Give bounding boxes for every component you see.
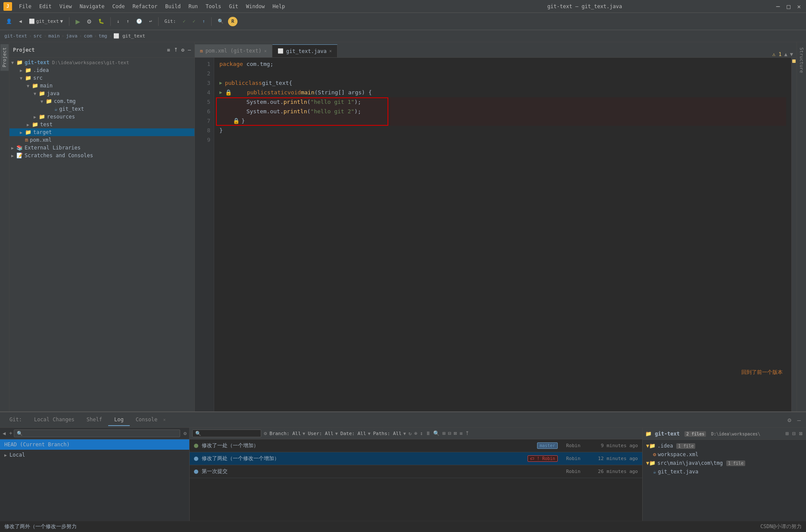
git-git-text-java[interactable]: ☕ git_text.java [643, 467, 806, 476]
search-commits-button[interactable]: 🔍 [433, 430, 440, 436]
close-button[interactable]: ✕ [796, 3, 803, 10]
tree-item-external-libs[interactable]: ▶ 📚 External Libraries [9, 144, 194, 152]
debug-button[interactable]: 🐛 [96, 17, 107, 26]
date-filter[interactable]: Date: All ▼ [341, 431, 371, 436]
console-tab[interactable]: Console × [130, 414, 172, 426]
scroll-up-button[interactable]: ▲ [784, 51, 787, 57]
pom-tab-close[interactable]: × [264, 49, 267, 53]
commit-row-1[interactable]: 修改了一处（一个增加） master Robin 9 minutes ago [190, 439, 642, 452]
commit-row-2[interactable]: 修改了两处（一个修改一个增加） 🏷 ! Robin Robin 12 minut… [190, 452, 642, 465]
git-branch-search-input[interactable] [14, 429, 180, 437]
paths-filter[interactable]: Paths: All ▼ [373, 431, 406, 436]
shelf-tab[interactable]: Shelf [81, 414, 108, 426]
menu-refactor[interactable]: Refactor [129, 3, 161, 10]
tree-item-java[interactable]: ▼ 📁 java [9, 90, 194, 97]
tree-item-main[interactable]: ▼ 📁 main [9, 82, 194, 90]
git-actions-1[interactable]: ⊞ [442, 430, 445, 436]
tree-item-resources[interactable]: ▶ 📁 resources [9, 113, 194, 121]
menu-build[interactable]: Build [162, 3, 184, 10]
git-revert-button[interactable]: ↩ [147, 17, 155, 26]
git-check2-button[interactable]: ✓ [190, 17, 198, 26]
tree-item-pom[interactable]: m pom.xml [9, 136, 194, 144]
git-actions-4[interactable]: ≡ [459, 430, 462, 436]
scroll-down-button[interactable]: ▼ [790, 51, 793, 57]
git-idea-folder[interactable]: ▼📁 .idea 1 file [643, 442, 806, 450]
commit-row-3[interactable]: 第一次提交 Robin 26 minutes ago [190, 465, 642, 478]
menu-navigate[interactable]: Navigate [76, 3, 108, 10]
git-history-button[interactable]: 🕐 [134, 17, 145, 26]
tree-item-test[interactable]: ▶ 📁 test [9, 121, 194, 128]
back-button[interactable]: ◀ [16, 17, 25, 26]
editor-tab-pom[interactable]: m pom.xml (git-text) × [195, 44, 272, 57]
head-branch-item[interactable]: HEAD (Current Branch) [0, 439, 189, 450]
menu-tools[interactable]: Tools [202, 3, 225, 10]
expand-left-button[interactable]: ◀ [3, 430, 6, 436]
menu-edit[interactable]: Edit [36, 3, 55, 10]
log-tab[interactable]: Log [108, 414, 130, 426]
breadcrumb-gittext[interactable]: git-text [4, 33, 27, 39]
tree-item-scratches[interactable]: ▶ 📝 Scratches and Consoles [9, 152, 194, 159]
breadcrumb-main[interactable]: main [48, 33, 60, 39]
diff-view-button[interactable]: ⊠ [798, 429, 803, 438]
minimize-button[interactable]: ─ [775, 3, 781, 10]
menu-run[interactable]: Run [185, 3, 201, 10]
collapse-tree-button[interactable]: ⊟ [791, 429, 797, 438]
refresh-button[interactable]: ↻ [409, 430, 412, 436]
settings-gear-icon[interactable]: ⚙ [181, 47, 184, 53]
project-tab-button[interactable]: Project [0, 44, 9, 71]
structure-tab[interactable]: Structure [798, 46, 805, 75]
close-bottom-panel-button[interactable]: — [796, 416, 803, 424]
build-button[interactable]: ⚙ [84, 16, 94, 27]
push-filter-button[interactable]: ↕ [420, 430, 423, 436]
git-workspace-xml[interactable]: ⚙ workspace.xml [643, 450, 806, 459]
menu-view[interactable]: View [56, 3, 75, 10]
editor-scrollbar[interactable] [791, 58, 797, 411]
collapse-all-button[interactable]: ⤒ [174, 47, 178, 53]
tree-item-git-text-java[interactable]: ☕ git_text [9, 105, 194, 113]
breadcrumb-tmg[interactable]: tmg [99, 33, 107, 39]
menu-file[interactable]: File [16, 3, 35, 10]
menu-help[interactable]: Help [269, 3, 288, 10]
tree-item-target[interactable]: ▶ 📁 target [9, 128, 194, 136]
filter-button[interactable]: ⚙ [184, 430, 187, 436]
tree-item-idea[interactable]: ▶ 📁 .idea [9, 66, 194, 74]
editor-tab-git-text[interactable]: ⬜ git_text.java × [272, 44, 337, 57]
git-actions-5[interactable]: ⤒ [465, 430, 469, 436]
menu-code[interactable]: Code [109, 3, 128, 10]
pause-button[interactable]: ⏸ [425, 430, 431, 436]
git-text-tab-close[interactable]: × [329, 49, 332, 53]
settings-icon[interactable]: ⚙ [786, 416, 793, 424]
hide-panel-button[interactable]: — [188, 47, 191, 53]
breadcrumb-src[interactable]: src [34, 33, 42, 39]
add-branch-button[interactable]: + [9, 430, 12, 436]
tree-item-root[interactable]: ▼ 📁 git-text D:\idea\workspaces\git-text [9, 59, 194, 66]
git-update-button[interactable]: ↓ [114, 17, 122, 26]
expand-tree-button[interactable]: ⊞ [785, 429, 790, 438]
user-filter[interactable]: User: All ▼ [308, 431, 338, 436]
breadcrumb-java[interactable]: java [66, 33, 78, 39]
expand-all-button[interactable]: ≡ [167, 47, 170, 53]
maximize-button[interactable]: □ [785, 3, 792, 10]
menu-git[interactable]: Git [225, 3, 242, 10]
git-commit-search-input[interactable] [192, 429, 261, 437]
breadcrumb-com[interactable]: com [84, 33, 92, 39]
local-branch-item[interactable]: ▶ Local [0, 450, 189, 460]
git-src-folder[interactable]: ▼📁 src\main\java\com\tmg 1 file [643, 459, 806, 467]
tree-item-comtmg[interactable]: ▼ 📁 com.tmg [9, 97, 194, 105]
branch-dropdown[interactable]: ⬜ git_text ▼ [26, 17, 66, 26]
branch-filter[interactable]: Branch: All ▼ [269, 431, 305, 436]
git-push-button[interactable]: ↑ [124, 17, 132, 26]
tree-item-src[interactable]: ▼ 📁 src [9, 74, 194, 82]
git-check-button[interactable]: ✓ [180, 17, 188, 26]
search-button[interactable]: 🔍 [215, 17, 226, 26]
fetch-button[interactable]: ⊕ [414, 430, 417, 436]
run-class-button[interactable]: ▶ [219, 78, 222, 88]
code-content[interactable]: package com.tmg; ▶ public class git_text… [214, 58, 791, 411]
menu-window[interactable]: Window [243, 3, 268, 10]
git-actions-3[interactable]: ⊠ [454, 430, 457, 436]
git-push2-button[interactable]: ↑ [200, 17, 208, 26]
run-main-button[interactable]: ▶ [219, 88, 222, 97]
git-settings-icon[interactable]: ⚙ [264, 430, 267, 436]
local-changes-tab[interactable]: Local Changes [28, 414, 81, 426]
console-close-button[interactable]: × [163, 417, 166, 422]
